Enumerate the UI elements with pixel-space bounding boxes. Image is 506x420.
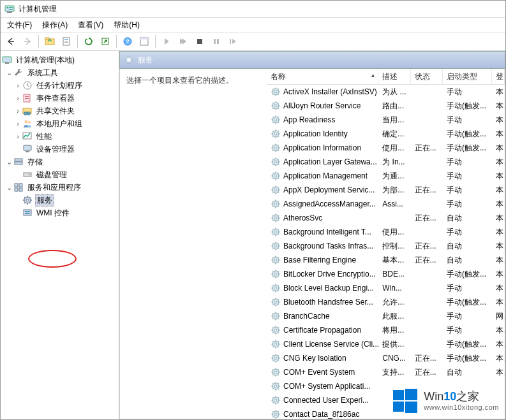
service-desc: 允许... — [378, 297, 410, 308]
sort-asc-icon: ▴ — [371, 71, 375, 78]
gear-icon — [271, 101, 281, 111]
tree-wmi[interactable]: WMI 控件 — [1, 206, 119, 219]
play-button[interactable] — [159, 34, 174, 49]
service-row[interactable]: Background Intelligent T...使用...手动本 — [267, 225, 505, 239]
service-desc: CNG... — [378, 354, 410, 363]
col-desc[interactable]: 描述 — [378, 69, 410, 84]
service-desc: 为 In... — [378, 157, 410, 168]
tree-storage[interactable]: ⌄ 存储 — [1, 156, 119, 168]
svg-point-61 — [274, 175, 277, 177]
tree-services-apps[interactable]: ⌄ 服务和应用程序 — [1, 181, 119, 194]
svg-rect-15 — [140, 38, 148, 40]
svg-rect-31 — [24, 145, 31, 150]
svg-point-29 — [28, 121, 31, 124]
service-login: 本 — [492, 171, 505, 182]
svg-rect-40 — [19, 188, 22, 191]
service-row[interactable]: ActiveX Installer (AxInstSV)为从 ...手动本 — [267, 85, 505, 99]
col-start[interactable]: 启动类型 — [443, 69, 492, 84]
gear-icon — [271, 143, 281, 153]
export-button[interactable] — [98, 34, 113, 49]
service-row[interactable]: AppX Deployment Servic...为部...正在...手动本 — [267, 183, 505, 197]
restart-button[interactable] — [225, 34, 241, 49]
tree-shared-folders[interactable]: › 共享文件夹 — [1, 105, 119, 117]
users-icon — [22, 119, 33, 129]
collapse-icon[interactable]: ⌄ — [4, 69, 13, 77]
service-login: 网 — [492, 311, 505, 322]
service-start: 手动 — [443, 157, 492, 168]
service-row[interactable]: AssignedAccessManager...Assi...手动本 — [267, 197, 505, 211]
svg-point-2 — [7, 7, 8, 8]
service-desc: 基本... — [378, 255, 410, 266]
nav-tree[interactable]: 计算机管理(本地) ⌄ 系统工具 › 任务计划程序 › 事件查看器 › 共享文件… — [1, 51, 119, 419]
pause-button[interactable] — [209, 34, 224, 49]
tree-root[interactable]: 计算机管理(本地) — [1, 54, 119, 66]
list-view-button[interactable] — [137, 34, 152, 49]
tree-performance[interactable]: › 性能 — [1, 130, 119, 143]
svg-point-59 — [274, 161, 277, 163]
tree-disk-mgmt[interactable]: 磁盘管理 — [1, 168, 119, 181]
menu-help[interactable]: 帮助(H) — [108, 18, 145, 32]
properties-button[interactable] — [59, 34, 74, 49]
service-row[interactable]: AtherosSvc正在...自动本 — [267, 211, 505, 225]
service-name: Connected User Experi... — [283, 396, 369, 405]
service-row[interactable]: Application Layer Gatewa...为 In...手动本 — [267, 155, 505, 169]
services-list[interactable]: 名称▴ 描述 状态 启动类型 登 ActiveX Installer (AxIn… — [267, 69, 505, 419]
service-name: Background Tasks Infras... — [283, 242, 373, 250]
tree-event-viewer[interactable]: › 事件查看器 — [1, 92, 119, 105]
service-row[interactable]: Base Filtering Engine基本...正在...自动本 — [267, 253, 505, 267]
refresh-button[interactable] — [81, 34, 96, 49]
tree-services[interactable]: 服务 — [1, 194, 119, 206]
tree-system-tools[interactable]: ⌄ 系统工具 — [1, 66, 119, 79]
collapse-icon[interactable]: ⌄ — [4, 184, 13, 192]
col-status[interactable]: 状态 — [411, 69, 443, 84]
service-start: 手动(触发... — [443, 339, 492, 350]
expand-icon[interactable]: › — [13, 120, 22, 127]
menu-view[interactable]: 查看(V) — [73, 18, 108, 32]
menu-file[interactable]: 文件(F) — [2, 18, 37, 32]
service-row[interactable]: CNG Key IsolationCNG...正在...手动(触发...本 — [267, 351, 505, 365]
expand-icon[interactable]: › — [13, 133, 22, 140]
service-row[interactable]: Certificate Propagation将用...手动本 — [267, 323, 505, 337]
service-row[interactable]: BranchCache此服...手动网 — [267, 309, 505, 323]
service-start: 自动 — [443, 367, 492, 378]
tree-device-manager[interactable]: 设备管理器 — [1, 143, 119, 156]
gear-icon — [271, 297, 281, 307]
gear-icon — [271, 87, 281, 97]
service-row[interactable]: Application Identity确定...手动(触发...本 — [267, 127, 505, 141]
nav-forward-button[interactable] — [20, 34, 35, 49]
service-login: 本 — [492, 241, 505, 252]
service-row[interactable]: Client License Service (Cli...提供...手动(触发… — [267, 337, 505, 351]
svg-point-28 — [25, 120, 28, 124]
column-headers[interactable]: 名称▴ 描述 状态 启动类型 登 — [267, 69, 505, 85]
toolbar-separator — [38, 35, 39, 48]
svg-rect-24 — [25, 98, 29, 99]
service-row[interactable]: Bluetooth Handsfree Ser...允许...手动(触发...本 — [267, 295, 505, 309]
col-login[interactable]: 登 — [492, 69, 505, 84]
service-row[interactable]: Block Level Backup Engi...Win...手动本 — [267, 281, 505, 295]
event-icon — [22, 93, 33, 103]
service-row[interactable]: Application Information使用...正在...手动(触发..… — [267, 141, 505, 155]
service-login: 本 — [492, 213, 505, 224]
svg-rect-33 — [15, 159, 22, 161]
service-row[interactable]: BitLocker Drive Encryptio...BDE...手动(触发.… — [267, 267, 505, 281]
help-button[interactable]: ? — [120, 34, 135, 49]
service-row[interactable]: App Readiness当用...手动本 — [267, 113, 505, 127]
collapse-icon[interactable]: ⌄ — [4, 158, 13, 166]
expand-icon[interactable]: › — [13, 94, 22, 102]
stop-button[interactable] — [192, 34, 207, 49]
nav-back-button[interactable] — [3, 34, 19, 49]
expand-icon[interactable]: › — [13, 82, 22, 89]
service-row[interactable]: AllJoyn Router Service路由...手动(触发...本 — [267, 99, 505, 113]
play2-button[interactable] — [175, 34, 191, 49]
service-row[interactable]: Background Tasks Infras...控制...正在...自动本 — [267, 239, 505, 253]
tree-local-users[interactable]: › 本地用户和组 — [1, 117, 119, 130]
svg-rect-38 — [19, 184, 22, 187]
service-name: Application Identity — [283, 129, 348, 138]
menu-action[interactable]: 操作(A) — [37, 18, 73, 32]
tree-task-scheduler[interactable]: › 任务计划程序 — [1, 79, 119, 92]
service-row[interactable]: Application Management为通...手动本 — [267, 169, 505, 183]
service-row[interactable]: COM+ Event System支持...正在...自动本 — [267, 365, 505, 379]
folder-button[interactable] — [42, 34, 57, 49]
expand-icon[interactable]: › — [13, 107, 22, 115]
col-name[interactable]: 名称▴ — [267, 69, 378, 84]
